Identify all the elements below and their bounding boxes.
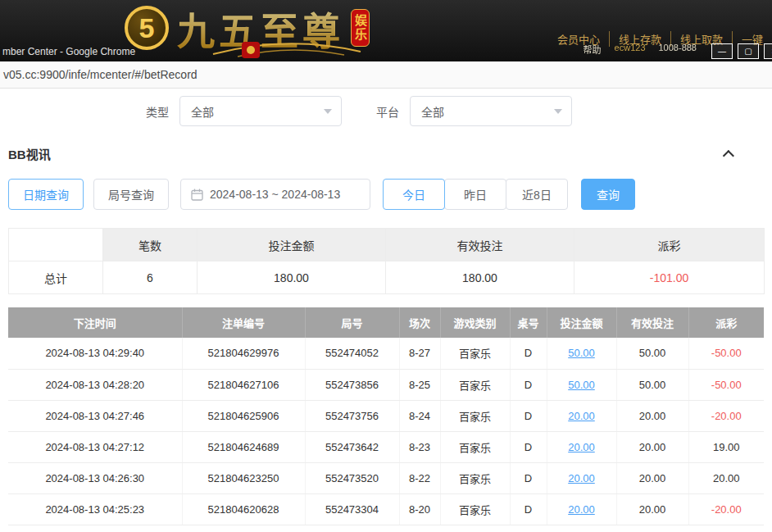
type-filter-label: 类型 bbox=[146, 103, 169, 120]
quick-date-group: 今日 昨日 近8日 bbox=[383, 179, 568, 210]
cell-session: 8-20 bbox=[399, 493, 440, 525]
column-header-valid-bet: 有效投注 bbox=[616, 307, 688, 338]
cell-game: 百家乐 bbox=[440, 462, 510, 493]
column-header-bet-amount: 投注金额 bbox=[547, 307, 616, 338]
bet-amount-link[interactable]: 50.00 bbox=[568, 379, 595, 391]
cell-valid-bet: 20.00 bbox=[616, 431, 688, 462]
type-select[interactable]: 全部 bbox=[179, 96, 342, 126]
bet-amount-link[interactable]: 20.00 bbox=[568, 441, 595, 453]
cell-order-no: 521804629976 bbox=[182, 338, 305, 369]
cell-round-no: 552474052 bbox=[305, 338, 399, 369]
table-row: 2024-08-13 04:27:12 521804624689 5524736… bbox=[8, 431, 764, 462]
round-query-button[interactable]: 局号查询 bbox=[93, 179, 169, 210]
red-seal-icon bbox=[242, 42, 260, 58]
date-query-button[interactable]: 日期查询 bbox=[8, 179, 84, 210]
platform-select-value: 全部 bbox=[421, 103, 444, 120]
cell-order-no: 521804625906 bbox=[182, 400, 305, 431]
table-row: 2024-08-13 04:29:40 521804629976 5524740… bbox=[8, 338, 764, 369]
total-bet: 180.00 bbox=[198, 261, 386, 294]
minimize-button[interactable]: — bbox=[711, 43, 733, 59]
cell-session: 8-27 bbox=[399, 338, 440, 369]
url-text[interactable]: v05.cc:9900/infe/mcenter/#/betRecord bbox=[3, 68, 198, 81]
cell-session: 8-24 bbox=[399, 400, 440, 431]
cell-order-no: 521804627106 bbox=[182, 369, 305, 400]
yesterday-button[interactable]: 昨日 bbox=[444, 179, 506, 210]
cell-game: 百家乐 bbox=[440, 400, 510, 431]
cell-game: 百家乐 bbox=[440, 338, 510, 369]
bet-amount-link[interactable]: 20.00 bbox=[568, 472, 595, 484]
search-button[interactable]: 查询 bbox=[581, 179, 635, 210]
cell-order-no: 521804620628 bbox=[182, 493, 305, 525]
bet-amount-link[interactable]: 20.00 bbox=[568, 410, 595, 422]
site-header: 5 九五至尊 娱乐 会员中心 线上存款 线上取款 一键 mber Center … bbox=[0, 0, 772, 61]
column-header-payout: 派彩 bbox=[574, 229, 765, 261]
username-text: ecw123 bbox=[615, 43, 646, 56]
calendar-icon bbox=[191, 189, 203, 201]
column-header-bet-amount: 投注金额 bbox=[198, 229, 386, 261]
address-bar[interactable]: v05.cc:9900/infe/mcenter/#/betRecord bbox=[0, 61, 772, 89]
cell-table-no: D bbox=[510, 462, 547, 493]
user-info-blurred: 帮助 ecw123 1008-888 bbox=[584, 43, 697, 56]
cell-table-no: D bbox=[510, 400, 547, 431]
cell-session: 8-22 bbox=[399, 462, 440, 493]
total-label: 总计 bbox=[9, 261, 103, 294]
section-title: BB视讯 bbox=[8, 145, 51, 162]
summary-total-row: 总计 6 180.00 180.00 -101.00 bbox=[9, 261, 765, 294]
cell-payout: -20.00 bbox=[688, 400, 764, 431]
bet-record-table: 下注时间 注单编号 局号 场次 游戏类别 桌号 投注金额 有效投注 派彩 202… bbox=[8, 307, 764, 525]
table-row: 2024-08-13 04:26:30 521804623250 5524735… bbox=[8, 462, 764, 493]
cell-game: 百家乐 bbox=[440, 369, 510, 400]
cell-valid-bet: 20.00 bbox=[616, 462, 688, 493]
cell-time: 2024-08-13 04:25:23 bbox=[8, 493, 182, 525]
column-header-payout: 派彩 bbox=[688, 307, 764, 338]
cell-time: 2024-08-13 04:28:20 bbox=[8, 369, 182, 400]
cell-payout: 20.00 bbox=[688, 462, 764, 493]
column-header-bet-time: 下注时间 bbox=[8, 307, 182, 338]
collapse-chevron-up-icon[interactable] bbox=[723, 150, 734, 161]
total-count: 6 bbox=[103, 261, 198, 294]
platform-select[interactable]: 全部 bbox=[410, 96, 572, 126]
bet-amount-link[interactable]: 20.00 bbox=[568, 503, 595, 516]
cell-table-no: D bbox=[510, 431, 547, 462]
cell-order-no: 521804624689 bbox=[182, 431, 305, 462]
column-header-valid-bet: 有效投注 bbox=[386, 229, 574, 261]
column-header-table-no: 桌号 bbox=[510, 307, 547, 338]
query-controls: 日期查询 局号查询 2024-08-13 ~ 2024-08-13 今日 昨日 … bbox=[8, 179, 772, 210]
chevron-down-icon bbox=[554, 109, 562, 114]
date-range-picker[interactable]: 2024-08-13 ~ 2024-08-13 bbox=[180, 179, 370, 210]
cell-session: 8-25 bbox=[399, 369, 440, 400]
filter-row: 类型 全部 平台 全部 bbox=[146, 96, 772, 126]
balance-text: 1008-888 bbox=[659, 43, 697, 56]
column-header-round-no: 局号 bbox=[305, 307, 399, 338]
column-header-blank bbox=[9, 229, 103, 261]
cell-round-no: 552473856 bbox=[305, 369, 399, 400]
chevron-down-icon bbox=[324, 109, 332, 114]
cell-valid-bet: 20.00 bbox=[616, 493, 688, 525]
bet-amount-link[interactable]: 50.00 bbox=[568, 347, 595, 359]
close-button[interactable]: ✕ bbox=[764, 43, 772, 59]
summary-table: 笔数 投注金额 有效投注 派彩 总计 6 180.00 180.00 -101.… bbox=[8, 228, 765, 294]
browser-window-title: mber Center - Google Chrome bbox=[2, 46, 135, 57]
logo-swoosh-decoration bbox=[209, 41, 365, 59]
total-payout: -101.00 bbox=[574, 261, 765, 294]
window-controls: — ▢ ✕ bbox=[711, 43, 772, 59]
section-header: BB视讯 bbox=[8, 145, 734, 162]
cell-round-no: 552473520 bbox=[305, 462, 399, 493]
help-link[interactable]: 帮助 bbox=[584, 43, 602, 56]
cell-table-no: D bbox=[510, 369, 547, 400]
table-row: 2024-08-13 04:28:20 521804627106 5524738… bbox=[8, 369, 764, 400]
last-8-days-button[interactable]: 近8日 bbox=[506, 179, 568, 210]
today-button[interactable]: 今日 bbox=[383, 179, 445, 210]
maximize-button[interactable]: ▢ bbox=[738, 43, 759, 59]
cell-valid-bet: 50.00 bbox=[616, 338, 688, 369]
cell-game: 百家乐 bbox=[440, 493, 510, 525]
cell-valid-bet: 20.00 bbox=[616, 400, 688, 431]
cell-payout: -50.00 bbox=[688, 369, 764, 400]
cell-payout: 19.00 bbox=[688, 431, 764, 462]
cell-time: 2024-08-13 04:27:46 bbox=[8, 400, 182, 431]
cell-time: 2024-08-13 04:26:30 bbox=[8, 462, 182, 493]
cell-round-no: 552473756 bbox=[305, 400, 399, 431]
cell-time: 2024-08-13 04:27:12 bbox=[8, 431, 182, 462]
bet-record-page: 类型 全部 平台 全部 BB视讯 日期查询 局号查询 2024-08-13 ~ … bbox=[0, 96, 772, 525]
cell-payout: -50.00 bbox=[688, 338, 764, 369]
